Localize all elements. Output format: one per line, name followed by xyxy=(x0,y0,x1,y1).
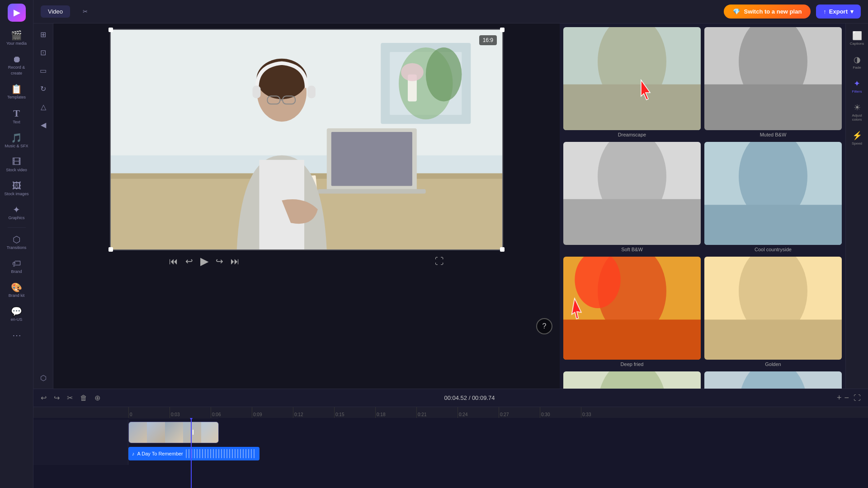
fullscreen-timeline-button[interactable]: ⛶ xyxy=(852,392,863,404)
duplicate-button[interactable]: ⊕ xyxy=(93,392,102,404)
topbar: Video ✂ 💎 Switch to a new plan ↑ Export … xyxy=(33,0,868,23)
filter-deep-fried[interactable]: Deep fried xyxy=(563,257,701,368)
sidebar-item-text[interactable]: T Text xyxy=(1,105,32,128)
handle-top-left[interactable] xyxy=(108,28,113,32)
shape-tool[interactable]: △ xyxy=(36,99,51,114)
filter-muted-bw[interactable]: Muted B&W xyxy=(704,27,842,138)
handle-bottom-right[interactable] xyxy=(500,247,505,252)
ruler-tick-27: 0:27 xyxy=(499,407,540,418)
sidebar-item-record-create[interactable]: ⏺ Record & create xyxy=(1,51,32,79)
speed-button[interactable]: ⚡ Speed xyxy=(848,127,866,149)
export-button[interactable]: ↑ Export ▾ xyxy=(816,5,861,19)
video-track-row: Focused young female creative decorator … xyxy=(33,420,868,445)
audio-track-content: ♪ A Day To Remember xyxy=(128,445,868,465)
expand-tool[interactable]: ⬡ xyxy=(36,371,51,385)
right-section: Dreamscape Muted B&W xyxy=(560,23,868,389)
video-tab[interactable]: Video xyxy=(41,5,70,18)
sidebar-item-stock-video[interactable]: 🎞 Stock video xyxy=(1,154,32,176)
fade-button[interactable]: ◑ Fade xyxy=(848,51,866,73)
play-button[interactable]: ▶ xyxy=(200,255,208,267)
filter-warm-coastline-thumb xyxy=(563,371,701,389)
video-frame xyxy=(111,30,502,249)
zoom-controls: + − ⛶ xyxy=(837,392,863,404)
filter-cool-coastline[interactable]: Cool coastline xyxy=(704,371,842,389)
filter-soft-bw[interactable]: Soft B&W xyxy=(563,142,701,253)
rewind-button[interactable]: ↩ xyxy=(185,256,193,267)
preview-canvas: 16:9 xyxy=(110,29,503,250)
ruler-tick-24: 0:24 xyxy=(458,407,499,418)
video-track-label xyxy=(33,420,128,445)
handle-top-right[interactable] xyxy=(500,28,505,32)
time-display: 00:04.52 / 00:09.74 xyxy=(106,394,833,401)
sidebar-item-templates[interactable]: 📋 Templates xyxy=(1,81,32,103)
filter-golden-label: Golden xyxy=(704,361,842,368)
filters-button[interactable]: ✦ Filters xyxy=(848,75,866,97)
transitions-icon: ⬡ xyxy=(13,235,20,244)
zoom-in-button[interactable]: + xyxy=(837,393,842,403)
audio-clip[interactable]: ♪ A Day To Remember xyxy=(128,447,259,460)
sidebar-item-brand[interactable]: 🏷 Brand xyxy=(1,255,32,277)
redo-button[interactable]: ↪ xyxy=(52,392,61,404)
fullscreen-button[interactable]: ⛶ xyxy=(435,256,444,267)
adjust-colors-button[interactable]: ☀ Adjust colors xyxy=(848,99,866,125)
rotate-tool[interactable]: ↻ xyxy=(36,81,51,96)
ruler-tick-3: 0:03 xyxy=(170,407,211,418)
adjust-colors-icon: ☀ xyxy=(854,103,861,113)
tools-strip: ⊞ ⊡ ▭ ↻ △ ◀ ⬡ xyxy=(33,23,53,389)
sidebar-item-enus[interactable]: 💬 en-US xyxy=(1,303,32,325)
filter-dreamscape[interactable]: Dreamscape xyxy=(563,27,701,138)
sidebar-item-more[interactable]: ⋯ xyxy=(1,327,32,343)
sidebar-item-transitions[interactable]: ⬡ Transitions xyxy=(1,231,32,253)
brand-kit-icon: 🎨 xyxy=(11,283,22,292)
sidebar-item-music[interactable]: 🎵 Music & SFX xyxy=(1,130,32,152)
undo-button[interactable]: ↩ xyxy=(39,392,48,404)
captions-button[interactable]: ⬜ Captions xyxy=(848,27,866,49)
audio-track-row: ♪ A Day To Remember xyxy=(33,445,868,465)
svg-point-5 xyxy=(426,47,462,101)
video-clip[interactable]: ⏸ xyxy=(128,422,219,443)
sidebar-item-brand-kit[interactable]: 🎨 Brand kit xyxy=(1,279,32,301)
svg-point-45 xyxy=(598,371,666,389)
position-tool[interactable]: ◀ xyxy=(36,117,51,132)
skip-forward-button[interactable]: ⏭ xyxy=(231,256,240,267)
sidebar-divider xyxy=(8,227,26,228)
scissors-tab[interactable]: ✂ xyxy=(75,5,95,18)
handle-bottom-left[interactable] xyxy=(108,247,113,252)
sidebar: ▶ 🎬 Your media ⏺ Record & create 📋 Templ… xyxy=(0,0,33,488)
app-logo[interactable]: ▶ xyxy=(8,4,26,22)
svg-rect-43 xyxy=(704,319,842,360)
svg-rect-27 xyxy=(563,84,701,130)
ruler-tick-15: 0:15 xyxy=(334,407,375,418)
ruler-tick-21: 0:21 xyxy=(416,407,458,418)
help-button[interactable]: ? xyxy=(536,318,552,334)
forward-button[interactable]: ↪ xyxy=(216,256,223,267)
switch-plan-button[interactable]: 💎 Switch to a new plan xyxy=(724,5,811,19)
filter-grid: Dreamscape Muted B&W xyxy=(560,23,845,389)
speed-icon: ⚡ xyxy=(852,131,862,141)
svg-point-7 xyxy=(401,63,424,81)
ruler-tick-18: 0:18 xyxy=(375,407,416,418)
filter-golden[interactable]: Golden xyxy=(704,257,842,368)
brand-icon: 🏷 xyxy=(12,259,21,268)
filter-cool-countryside[interactable]: Cool countryside xyxy=(704,142,842,253)
zoom-out-button[interactable]: − xyxy=(844,393,849,403)
playback-controls: ⏮ ↩ ▶ ↪ ⏭ ⛶ xyxy=(169,250,444,272)
skip-back-button[interactable]: ⏮ xyxy=(169,256,178,267)
svg-rect-19 xyxy=(253,86,261,99)
image-tool[interactable]: ⊞ xyxy=(36,27,51,42)
display-tool[interactable]: ▭ xyxy=(36,63,51,78)
sidebar-item-graphics[interactable]: ✦ Graphics xyxy=(1,202,32,224)
gem-icon: 💎 xyxy=(733,8,740,15)
aspect-ratio-badge[interactable]: 16:9 xyxy=(479,35,497,45)
svg-rect-20 xyxy=(307,86,316,99)
sidebar-item-stock-images[interactable]: 🖼 Stock images xyxy=(1,178,32,200)
sidebar-item-your-media[interactable]: 🎬 Your media xyxy=(1,27,32,49)
filter-warm-coastline[interactable]: Warm coastline xyxy=(563,371,701,389)
playhead[interactable] xyxy=(191,418,192,488)
svg-rect-30 xyxy=(704,84,842,130)
cut-button[interactable]: ✂ xyxy=(65,392,75,404)
delete-button[interactable]: 🗑 xyxy=(78,392,89,404)
timeline-section: ↩ ↪ ✂ 🗑 ⊕ 00:04.52 / 00:09.74 + − ⛶ 0 0:… xyxy=(33,389,868,488)
crop-tool[interactable]: ⊡ xyxy=(36,45,51,60)
video-track-content: Focused young female creative decorator … xyxy=(128,420,868,445)
